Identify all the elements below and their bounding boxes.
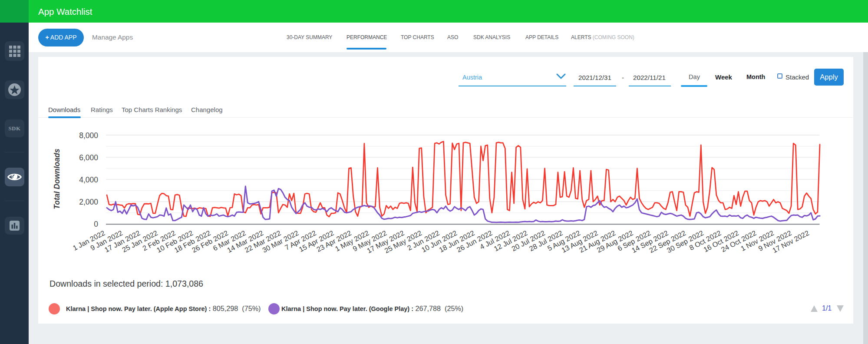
svg-text:6,000: 6,000 (79, 153, 98, 162)
svg-text:0: 0 (94, 220, 98, 228)
svg-text:Total Downloads: Total Downloads (53, 149, 61, 209)
svg-text:4,000: 4,000 (79, 175, 98, 184)
svg-text:2,000: 2,000 (79, 198, 98, 206)
svg-text:8,000: 8,000 (79, 131, 98, 140)
